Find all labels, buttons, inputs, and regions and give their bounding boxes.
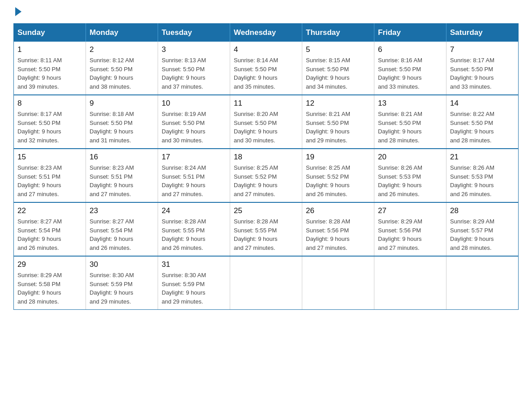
day-info: Sunrise: 8:27 AMSunset: 5:54 PMDaylight:… — [90, 217, 154, 252]
day-info: Sunrise: 8:30 AMSunset: 5:59 PMDaylight:… — [162, 271, 226, 306]
day-cell-27: 27Sunrise: 8:29 AMSunset: 5:56 PMDayligh… — [374, 202, 446, 256]
day-number: 29 — [17, 260, 82, 269]
day-info: Sunrise: 8:18 AMSunset: 5:50 PMDaylight:… — [90, 110, 154, 145]
day-cell-1: 1Sunrise: 8:11 AMSunset: 5:50 PMDaylight… — [14, 42, 86, 95]
day-cell-7: 7Sunrise: 8:17 AMSunset: 5:50 PMDaylight… — [446, 42, 519, 95]
day-info: Sunrise: 8:29 AMSunset: 5:56 PMDaylight:… — [378, 217, 442, 252]
day-info: Sunrise: 8:15 AMSunset: 5:50 PMDaylight:… — [306, 56, 370, 91]
day-number: 21 — [450, 153, 515, 162]
day-number: 31 — [162, 260, 226, 269]
day-cell-15: 15Sunrise: 8:23 AMSunset: 5:51 PMDayligh… — [14, 149, 86, 202]
week-row-2: 8Sunrise: 8:17 AMSunset: 5:50 PMDaylight… — [14, 95, 519, 149]
day-info: Sunrise: 8:22 AMSunset: 5:50 PMDaylight:… — [450, 110, 515, 145]
day-number: 18 — [234, 153, 298, 162]
day-number: 27 — [378, 206, 442, 215]
logo — [13, 9, 21, 14]
day-cell-18: 18Sunrise: 8:25 AMSunset: 5:52 PMDayligh… — [230, 149, 302, 202]
day-info: Sunrise: 8:11 AMSunset: 5:50 PMDaylight:… — [17, 56, 82, 91]
day-info: Sunrise: 8:25 AMSunset: 5:52 PMDaylight:… — [234, 163, 298, 198]
day-cell-25: 25Sunrise: 8:28 AMSunset: 5:55 PMDayligh… — [230, 202, 302, 256]
day-info: Sunrise: 8:17 AMSunset: 5:50 PMDaylight:… — [450, 56, 515, 91]
day-info: Sunrise: 8:29 AMSunset: 5:57 PMDaylight:… — [450, 217, 515, 252]
day-cell-30: 30Sunrise: 8:30 AMSunset: 5:59 PMDayligh… — [86, 256, 158, 310]
day-cell-2: 2Sunrise: 8:12 AMSunset: 5:50 PMDaylight… — [86, 42, 158, 95]
day-cell-10: 10Sunrise: 8:19 AMSunset: 5:50 PMDayligh… — [158, 95, 230, 149]
day-number: 23 — [90, 206, 154, 215]
day-info: Sunrise: 8:21 AMSunset: 5:50 PMDaylight:… — [378, 110, 442, 145]
day-number: 12 — [306, 99, 370, 108]
day-number: 13 — [378, 99, 442, 108]
day-info: Sunrise: 8:21 AMSunset: 5:50 PMDaylight:… — [306, 110, 370, 145]
day-number: 17 — [162, 153, 226, 162]
day-info: Sunrise: 8:30 AMSunset: 5:59 PMDaylight:… — [90, 271, 154, 306]
day-cell-13: 13Sunrise: 8:21 AMSunset: 5:50 PMDayligh… — [374, 95, 446, 149]
week-row-3: 15Sunrise: 8:23 AMSunset: 5:51 PMDayligh… — [14, 149, 519, 202]
day-cell-14: 14Sunrise: 8:22 AMSunset: 5:50 PMDayligh… — [446, 95, 519, 149]
day-number: 15 — [17, 153, 82, 162]
day-number: 26 — [306, 206, 370, 215]
week-row-5: 29Sunrise: 8:29 AMSunset: 5:58 PMDayligh… — [14, 256, 519, 310]
day-cell-8: 8Sunrise: 8:17 AMSunset: 5:50 PMDaylight… — [14, 95, 86, 149]
day-info: Sunrise: 8:13 AMSunset: 5:50 PMDaylight:… — [162, 56, 226, 91]
day-cell-5: 5Sunrise: 8:15 AMSunset: 5:50 PMDaylight… — [302, 42, 374, 95]
header-tuesday: Tuesday — [158, 24, 230, 42]
header-sunday: Sunday — [14, 24, 86, 42]
day-info: Sunrise: 8:14 AMSunset: 5:50 PMDaylight:… — [234, 56, 298, 91]
day-cell-3: 3Sunrise: 8:13 AMSunset: 5:50 PMDaylight… — [158, 42, 230, 95]
empty-cell — [230, 256, 302, 310]
day-info: Sunrise: 8:26 AMSunset: 5:53 PMDaylight:… — [450, 163, 515, 198]
day-cell-4: 4Sunrise: 8:14 AMSunset: 5:50 PMDaylight… — [230, 42, 302, 95]
day-cell-20: 20Sunrise: 8:26 AMSunset: 5:53 PMDayligh… — [374, 149, 446, 202]
day-number: 28 — [450, 206, 515, 215]
day-info: Sunrise: 8:23 AMSunset: 5:51 PMDaylight:… — [17, 163, 82, 198]
day-number: 10 — [162, 99, 226, 108]
empty-cell — [374, 256, 446, 310]
day-info: Sunrise: 8:19 AMSunset: 5:50 PMDaylight:… — [162, 110, 226, 145]
logo-general — [13, 9, 21, 16]
day-info: Sunrise: 8:25 AMSunset: 5:52 PMDaylight:… — [306, 163, 370, 198]
day-number: 8 — [17, 99, 82, 108]
day-cell-6: 6Sunrise: 8:16 AMSunset: 5:50 PMDaylight… — [374, 42, 446, 95]
day-number: 6 — [378, 45, 442, 54]
day-number: 19 — [306, 153, 370, 162]
header-row: SundayMondayTuesdayWednesdayThursdayFrid… — [14, 24, 519, 42]
empty-cell — [446, 256, 519, 310]
day-number: 5 — [306, 45, 370, 54]
calendar-table: SundayMondayTuesdayWednesdayThursdayFrid… — [13, 23, 519, 310]
day-cell-23: 23Sunrise: 8:27 AMSunset: 5:54 PMDayligh… — [86, 202, 158, 256]
week-row-1: 1Sunrise: 8:11 AMSunset: 5:50 PMDaylight… — [14, 42, 519, 95]
week-row-4: 22Sunrise: 8:27 AMSunset: 5:54 PMDayligh… — [14, 202, 519, 256]
day-cell-29: 29Sunrise: 8:29 AMSunset: 5:58 PMDayligh… — [14, 256, 86, 310]
day-info: Sunrise: 8:23 AMSunset: 5:51 PMDaylight:… — [90, 163, 154, 198]
day-number: 11 — [234, 99, 298, 108]
logo-arrow-icon — [15, 7, 21, 16]
day-cell-19: 19Sunrise: 8:25 AMSunset: 5:52 PMDayligh… — [302, 149, 374, 202]
day-info: Sunrise: 8:26 AMSunset: 5:53 PMDaylight:… — [378, 163, 442, 198]
day-cell-12: 12Sunrise: 8:21 AMSunset: 5:50 PMDayligh… — [302, 95, 374, 149]
day-info: Sunrise: 8:17 AMSunset: 5:50 PMDaylight:… — [17, 110, 82, 145]
header-friday: Friday — [374, 24, 446, 42]
day-number: 7 — [450, 45, 515, 54]
day-number: 9 — [90, 99, 154, 108]
day-number: 1 — [17, 45, 82, 54]
day-info: Sunrise: 8:16 AMSunset: 5:50 PMDaylight:… — [378, 56, 442, 91]
day-number: 30 — [90, 260, 154, 269]
day-number: 3 — [162, 45, 226, 54]
day-cell-26: 26Sunrise: 8:28 AMSunset: 5:56 PMDayligh… — [302, 202, 374, 256]
day-number: 14 — [450, 99, 515, 108]
day-cell-17: 17Sunrise: 8:24 AMSunset: 5:51 PMDayligh… — [158, 149, 230, 202]
day-number: 4 — [234, 45, 298, 54]
day-number: 16 — [90, 153, 154, 162]
header-wednesday: Wednesday — [230, 24, 302, 42]
day-cell-24: 24Sunrise: 8:28 AMSunset: 5:55 PMDayligh… — [158, 202, 230, 256]
day-cell-28: 28Sunrise: 8:29 AMSunset: 5:57 PMDayligh… — [446, 202, 519, 256]
header-monday: Monday — [86, 24, 158, 42]
header-thursday: Thursday — [302, 24, 374, 42]
day-number: 25 — [234, 206, 298, 215]
day-info: Sunrise: 8:27 AMSunset: 5:54 PMDaylight:… — [17, 217, 82, 252]
day-cell-22: 22Sunrise: 8:27 AMSunset: 5:54 PMDayligh… — [14, 202, 86, 256]
day-number: 2 — [90, 45, 154, 54]
day-info: Sunrise: 8:24 AMSunset: 5:51 PMDaylight:… — [162, 163, 226, 198]
day-info: Sunrise: 8:28 AMSunset: 5:56 PMDaylight:… — [306, 217, 370, 252]
empty-cell — [302, 256, 374, 310]
